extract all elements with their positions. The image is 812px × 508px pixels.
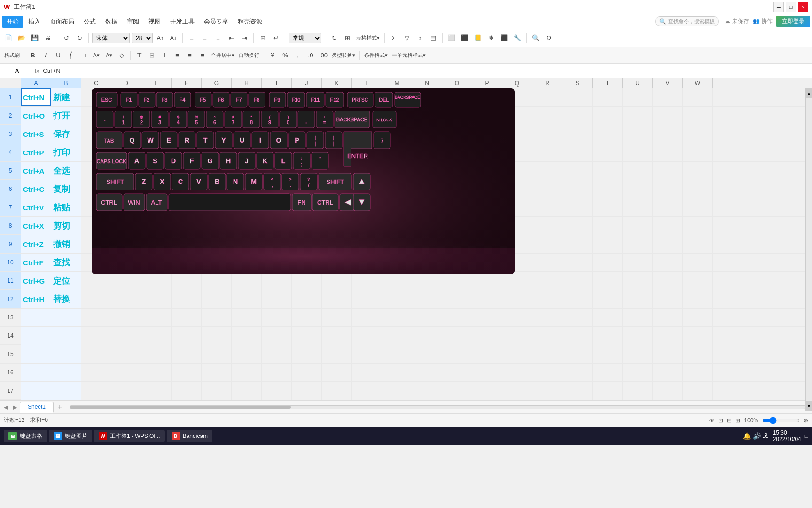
cell-S12[interactable]: [562, 290, 593, 308]
notification-icon[interactable]: □: [805, 433, 808, 439]
cell-W6[interactable]: [683, 180, 713, 198]
col-header-F[interactable]: F: [172, 78, 202, 88]
cell-A10[interactable]: Ctrl+F: [21, 254, 51, 271]
cell-W5[interactable]: [683, 162, 713, 180]
cell-W15[interactable]: [683, 345, 713, 363]
cell-U13[interactable]: [623, 309, 653, 326]
cell-B7[interactable]: 粘贴: [51, 198, 81, 216]
cell-C13[interactable]: [81, 309, 111, 326]
indent-increase-button[interactable]: ⇥: [239, 32, 250, 44]
row-header-2[interactable]: 2: [0, 107, 21, 125]
cell-W7[interactable]: [683, 198, 713, 216]
col-header-K[interactable]: K: [322, 78, 352, 88]
cell-P13[interactable]: [472, 309, 502, 326]
cell-G11[interactable]: [202, 272, 232, 290]
cell-U7[interactable]: [623, 198, 653, 216]
cell-J11[interactable]: [292, 272, 322, 290]
cell-A8[interactable]: Ctrl+X: [21, 217, 51, 235]
cell-S1[interactable]: [562, 88, 593, 106]
cell-L13[interactable]: [352, 309, 382, 326]
cell-N13[interactable]: [412, 309, 442, 326]
menu-review[interactable]: 审阅: [122, 16, 144, 28]
decrease-decimal-button[interactable]: .0: [305, 49, 316, 62]
cell-W13[interactable]: [683, 309, 713, 326]
cell-T7[interactable]: [593, 198, 623, 216]
cell-L14[interactable]: [352, 327, 382, 345]
align-left2-button[interactable]: ≡: [172, 49, 183, 62]
scroll-up-btn[interactable]: ▲: [806, 88, 812, 98]
collab-button[interactable]: 👥 协作: [753, 17, 773, 25]
cell-W3[interactable]: [683, 125, 713, 143]
align-right-button[interactable]: ≡: [212, 32, 224, 44]
cell-L12[interactable]: [352, 290, 382, 308]
save-button[interactable]: 💾: [29, 32, 40, 44]
cell-D17[interactable]: [111, 382, 141, 400]
cell-V10[interactable]: [653, 254, 683, 271]
cell-L15[interactable]: [352, 345, 382, 363]
cell-R2[interactable]: [532, 107, 562, 125]
align-middle-button[interactable]: ⊟: [146, 49, 157, 62]
cell-S5[interactable]: [562, 162, 593, 180]
cell-T5[interactable]: [593, 162, 623, 180]
cell-M13[interactable]: [382, 309, 412, 326]
cell-U11[interactable]: [623, 272, 653, 290]
cell-R5[interactable]: [532, 162, 562, 180]
rotate-button[interactable]: ↻: [328, 32, 340, 44]
cell-P15[interactable]: [472, 345, 502, 363]
taskbar-item-bandicam[interactable]: B Bandicam: [167, 430, 212, 442]
cell-U6[interactable]: [623, 180, 653, 198]
cell-I15[interactable]: [262, 345, 292, 363]
col-header-D[interactable]: D: [111, 78, 141, 88]
cell-R3[interactable]: [532, 125, 562, 143]
cell-K11[interactable]: [322, 272, 352, 290]
cell-F12[interactable]: [172, 290, 202, 308]
cell-T8[interactable]: [593, 217, 623, 235]
col-header-P[interactable]: P: [472, 78, 502, 88]
cell-O11[interactable]: [442, 272, 472, 290]
cell-U12[interactable]: [623, 290, 653, 308]
row-header-11[interactable]: 11: [0, 272, 21, 290]
menu-vip[interactable]: 会员专享: [199, 16, 233, 28]
taskbar-item-wps[interactable]: W 工作簿1 - WPS Of...: [94, 430, 165, 442]
cell-H15[interactable]: [232, 345, 262, 363]
row-header-9[interactable]: 9: [0, 235, 21, 253]
print-button[interactable]: 🖨: [42, 32, 54, 44]
cell-E17[interactable]: [141, 382, 172, 400]
cell-R4[interactable]: [532, 143, 562, 161]
cell-I13[interactable]: [262, 309, 292, 326]
cell-T6[interactable]: [593, 180, 623, 198]
cell-P11[interactable]: [472, 272, 502, 290]
right-scrollbar[interactable]: ▲ ▼: [805, 88, 812, 411]
cell-M14[interactable]: [382, 327, 412, 345]
new-file-button[interactable]: 📄: [3, 32, 14, 44]
cell-T10[interactable]: [593, 254, 623, 271]
cell-G17[interactable]: [202, 382, 232, 400]
cell-J14[interactable]: [292, 327, 322, 345]
row-header-12[interactable]: 12: [0, 290, 21, 308]
cell-N16[interactable]: [412, 364, 442, 381]
cell-R6[interactable]: [532, 180, 562, 198]
cell-reference[interactable]: A: [3, 66, 31, 76]
cell-S13[interactable]: [562, 309, 593, 326]
menu-view[interactable]: 视图: [144, 16, 165, 28]
h-scroll-track[interactable]: [70, 405, 806, 409]
format2-button[interactable]: ⬛: [499, 32, 510, 44]
view-page-icon[interactable]: ⊟: [727, 417, 732, 424]
menu-insert[interactable]: 插入: [23, 16, 45, 28]
cell-S17[interactable]: [562, 382, 593, 400]
cell-W9[interactable]: [683, 235, 713, 253]
cell-T13[interactable]: [593, 309, 623, 326]
cell-B16[interactable]: [51, 364, 81, 381]
zoom-slider[interactable]: [762, 417, 800, 424]
cell-A5[interactable]: Ctrl+A: [21, 162, 51, 180]
cell-V8[interactable]: [653, 217, 683, 235]
cell-E15[interactable]: [141, 345, 172, 363]
cell-V3[interactable]: [653, 125, 683, 143]
col-header-Q[interactable]: Q: [502, 78, 532, 88]
cell-R7[interactable]: [532, 198, 562, 216]
restore-button[interactable]: □: [786, 2, 796, 12]
cell-T1[interactable]: [593, 88, 623, 106]
cell-W4[interactable]: [683, 143, 713, 161]
cell-W11[interactable]: [683, 272, 713, 290]
sum-button[interactable]: Σ: [388, 32, 399, 44]
